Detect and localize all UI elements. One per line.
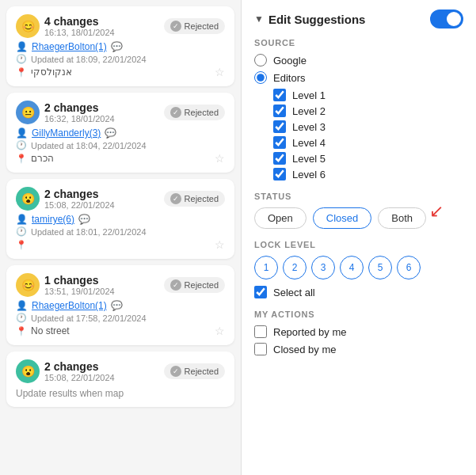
star-icon[interactable]: ☆: [215, 325, 225, 337]
select-all-checkbox[interactable]: [254, 286, 267, 298]
rejected-label: Rejected: [185, 21, 219, 31]
level2-checkbox[interactable]: [273, 104, 286, 117]
card-header: 😮 2 changes 15:08, 22/01/2024 ✓ Rejected: [16, 359, 225, 383]
lock-level-5[interactable]: 5: [368, 256, 392, 279]
card-meta: 👤 RhaegerBolton(1) 💬 🕐 Updated at 18:09,…: [16, 41, 225, 78]
user-icon: 👤: [16, 127, 28, 139]
level6-checkbox[interactable]: [273, 168, 286, 180]
lock-level-2[interactable]: 2: [283, 256, 307, 279]
card-1[interactable]: 😊 4 changes 16:13, 18/01/2024 ✓ Rejected…: [6, 6, 234, 86]
updated-row: 🕐 Updated at 18:09, 22/01/2024: [16, 54, 225, 64]
rejected-badge: ✓ Rejected: [164, 277, 225, 293]
arrow-annotation: ↙: [429, 203, 444, 220]
right-panel: ▼ Edit Suggestions SOURCE Google Editors…: [242, 0, 476, 475]
chat-bubble-icon: 💬: [111, 41, 123, 52]
clock-icon: 🕐: [16, 54, 27, 64]
reported-by-me-checkbox[interactable]: [254, 325, 267, 338]
card-date: 15:08, 22/01/2024: [44, 373, 115, 382]
star-icon[interactable]: ☆: [215, 152, 225, 165]
chat-bubble-icon: 💬: [105, 127, 116, 139]
rejected-label: Rejected: [185, 280, 219, 290]
level4-checkbox[interactable]: [273, 136, 286, 149]
source-google-label: Google: [273, 55, 307, 66]
username[interactable]: GillyManderly(3): [32, 127, 101, 139]
card-info: 1 changes 13:51, 19/01/2024: [44, 274, 115, 296]
avatar: 😮: [16, 359, 40, 383]
location-row: 📍 ☆: [16, 238, 225, 251]
card-info: 2 changes 16:32, 18/01/2024: [44, 101, 115, 124]
updated-row: 🕐 Updated at 18:04, 22/01/2024: [16, 140, 225, 150]
username[interactable]: RhaegerBolton(1): [32, 300, 107, 311]
card-header: 😊 4 changes 16:13, 18/01/2024 ✓ Rejected: [16, 14, 225, 38]
source-label: SOURCE: [254, 38, 463, 48]
source-editors-radio[interactable]: [254, 71, 267, 84]
rejected-badge: ✓ Rejected: [164, 191, 225, 207]
user-row: 👤 RhaegerBolton(1) 💬: [16, 41, 225, 52]
star-icon[interactable]: ☆: [215, 66, 225, 78]
card-info: 2 changes 15:08, 22/01/2024: [44, 360, 115, 382]
card-date: 13:51, 19/01/2024: [44, 287, 115, 296]
card-date: 16:32, 18/01/2024: [44, 114, 115, 124]
source-google-radio[interactable]: [254, 54, 267, 66]
username[interactable]: tamirye(6): [32, 214, 74, 225]
card-header: 😐 2 changes 16:32, 18/01/2024 ✓ Rejected: [16, 101, 225, 124]
card-4[interactable]: 😊 1 changes 13:51, 19/01/2024 ✓ Rejected…: [6, 265, 234, 345]
avatar: 😊: [16, 273, 40, 297]
status-label: STATUS: [254, 192, 463, 201]
lock-level-6[interactable]: 6: [397, 256, 421, 279]
level2-label: Level 2: [292, 105, 326, 117]
card-2[interactable]: 😐 2 changes 16:32, 18/01/2024 ✓ Rejected…: [6, 93, 234, 173]
avatar: 😐: [16, 101, 40, 124]
rejected-label: Rejected: [185, 367, 219, 376]
reported-by-me-label: Reported by me: [273, 326, 347, 338]
user-row: 👤 GillyManderly(3) 💬: [16, 127, 225, 139]
level3-checkbox[interactable]: [273, 120, 286, 133]
card-header: 😊 1 changes 13:51, 19/01/2024 ✓ Rejected: [16, 273, 225, 297]
lock-level-label: LOCK LEVEL: [254, 240, 463, 249]
star-icon[interactable]: ☆: [215, 238, 225, 251]
chat-bubble-icon: 💬: [111, 300, 123, 311]
badge-check-icon: ✓: [170, 279, 181, 291]
section-header: ▼ Edit Suggestions: [254, 10, 463, 28]
location-icon: 📍: [16, 154, 27, 164]
level1-checkbox[interactable]: [273, 89, 286, 101]
card-info: 2 changes 15:08, 22/01/2024: [44, 188, 115, 210]
card-title-row: 😮 2 changes 15:08, 22/01/2024: [16, 187, 115, 211]
rejected-badge: ✓ Rejected: [164, 104, 225, 120]
chat-bubble-icon: 💬: [78, 214, 90, 225]
status-buttons: Open Closed Both: [254, 207, 426, 229]
level1-label: Level 1: [292, 89, 326, 101]
lock-level-3[interactable]: 3: [311, 256, 335, 279]
card-3[interactable]: 😮 2 changes 15:08, 22/01/2024 ✓ Rejected…: [6, 179, 234, 259]
card-header: 😮 2 changes 15:08, 22/01/2024 ✓ Rejected: [16, 187, 225, 211]
clock-icon: 🕐: [16, 140, 27, 150]
location-text: הכרם: [31, 153, 54, 164]
level5-checkbox[interactable]: [273, 152, 286, 165]
lock-level-4[interactable]: 4: [340, 256, 364, 279]
update-text: Update results when map: [16, 388, 225, 399]
closed-by-me-label: Closed by me: [273, 344, 336, 355]
location-text: No street: [31, 325, 70, 336]
location-row: 📍 אנקולסקי ☆: [16, 66, 225, 78]
status-closed-button[interactable]: Closed: [313, 207, 371, 229]
card-5[interactable]: 😮 2 changes 15:08, 22/01/2024 ✓ Rejected…: [6, 352, 234, 407]
user-icon: 👤: [16, 41, 28, 52]
lock-level-section: LOCK LEVEL 1 2 3 4 5 6 Select all: [254, 240, 463, 298]
source-google-row: Google: [254, 54, 463, 66]
avatar: 😮: [16, 187, 40, 211]
updated-text: Updated at 18:01, 22/01/2024: [31, 227, 147, 237]
closed-by-me-checkbox[interactable]: [254, 343, 267, 355]
status-both-button[interactable]: Both: [378, 207, 426, 229]
clock-icon: 🕐: [16, 226, 27, 237]
card-meta: 👤 GillyManderly(3) 💬 🕐 Updated at 18:04,…: [16, 127, 225, 165]
username[interactable]: RhaegerBolton(1): [32, 41, 107, 52]
badge-check-icon: ✓: [170, 366, 181, 377]
reported-by-me-row: Reported by me: [254, 325, 463, 338]
status-open-button[interactable]: Open: [254, 207, 307, 229]
left-panel: 😊 4 changes 16:13, 18/01/2024 ✓ Rejected…: [0, 0, 242, 475]
edit-suggestions-toggle[interactable]: [430, 10, 463, 28]
select-all-label: Select all: [273, 287, 315, 298]
lock-level-1[interactable]: 1: [254, 256, 278, 279]
closed-by-me-row: Closed by me: [254, 343, 463, 355]
badge-check-icon: ✓: [170, 193, 181, 204]
